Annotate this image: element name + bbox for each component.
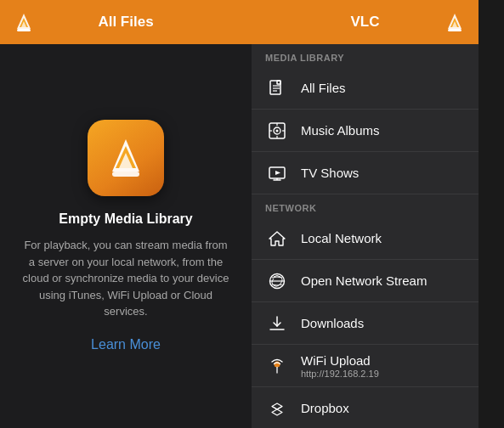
menu-item-wifi-upload-label: WiFi Upload [301,353,371,368]
menu-item-music-albums[interactable]: Music Albums [252,110,479,152]
left-header: All Files [0,0,252,44]
section-network: Network [252,194,479,217]
network-icon [265,227,289,251]
svg-rect-12 [270,81,280,94]
menu-item-all-files-label: All Files [301,81,346,95]
svg-rect-13 [277,81,280,84]
learn-more-link[interactable]: Learn More [91,337,161,352]
svg-line-36 [272,406,277,409]
vlc-cone-right-icon [443,10,467,34]
svg-rect-7 [112,172,139,177]
menu-item-local-network-label: Local Network [301,231,382,245]
menu-content: Media Library All Files [252,44,479,428]
menu-item-music-albums-label: Music Albums [301,123,380,138]
menu-item-downloads-label: Downloads [301,316,364,330]
menu-item-dropbox[interactable]: Dropbox [252,387,479,428]
stream-icon [265,269,289,293]
menu-item-tv-shows-label: TV Shows [301,166,359,180]
svg-line-37 [277,406,282,409]
menu-item-open-network-stream-label: Open Network Stream [301,273,427,288]
menu-item-tv-shows[interactable]: TV Shows [252,152,479,194]
menu-item-all-files[interactable]: All Files [252,67,479,110]
right-header: VLC [252,0,479,44]
menu-item-dropbox-label: Dropbox [301,401,349,415]
empty-desc: For playback, you can stream media from … [20,237,231,320]
tv-icon [265,161,289,185]
svg-rect-3 [17,29,31,31]
svg-marker-25 [275,171,280,175]
left-content: Empty Media Library For playback, you ca… [0,44,252,428]
menu-item-wifi-upload-subtitle: http://192.168.2.19 [301,369,379,379]
music-icon [265,119,289,143]
menu-item-wifi-upload[interactable]: WiFi Upload http://192.168.2.19 [252,345,479,387]
right-panel: VLC Media Library All Fil [252,0,479,428]
menu-item-local-network[interactable]: Local Network [252,217,479,260]
left-panel: All Files Empty Media Library For playba… [0,0,252,428]
left-header-title: All Files [98,14,153,31]
svg-point-19 [276,129,279,132]
vlc-cone-icon [12,10,36,34]
right-header-title: VLC [351,14,380,31]
empty-title: Empty Media Library [59,211,192,227]
dropbox-icon [265,397,289,420]
section-media-library: Media Library [252,44,479,67]
menu-item-wifi-upload-text-group: WiFi Upload http://192.168.2.19 [301,353,379,379]
wifi-icon [265,354,289,378]
app-icon [88,120,164,196]
download-icon [265,312,289,335]
file-icon [265,76,289,100]
menu-item-downloads[interactable]: Downloads [252,302,479,345]
svg-marker-28 [269,232,285,245]
menu-item-open-network-stream[interactable]: Open Network Stream [252,260,479,302]
svg-rect-11 [448,29,462,31]
